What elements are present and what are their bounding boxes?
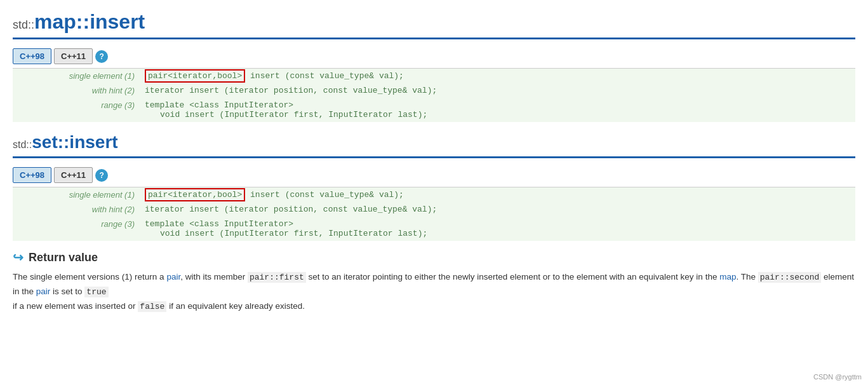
map-divider <box>13 37 855 39</box>
set-tab-cpp98[interactable]: C++98 <box>13 167 51 183</box>
return-icon: ↪ <box>13 250 23 265</box>
set-sig-highlight-1: pair<iterator,bool> <box>145 188 245 201</box>
map-section: std::map::insert C++98 C++11 ? single el… <box>13 10 855 122</box>
rv-text3: set to an iterator pointing to either th… <box>306 272 719 282</box>
map-sig-label-2: with hint (2) <box>13 83 140 98</box>
set-sig-line1: template <class InputIterator> <box>145 219 850 229</box>
rv-code4: false <box>138 301 166 312</box>
rv-link-pair2[interactable]: pair <box>36 287 51 296</box>
rv-link-pair1[interactable]: pair <box>166 272 180 282</box>
rv-text8: if an equivalent key already existed. <box>166 301 305 311</box>
return-value-header: ↪ Return value <box>13 250 855 265</box>
map-sig-rest-1: insert (const value_type& val); <box>250 71 404 81</box>
set-divider <box>13 156 855 158</box>
map-sig-row-1: single element (1) pair<iterator,bool> i… <box>13 69 855 83</box>
rv-text4: . The <box>736 272 758 282</box>
rv-text7: if a new element was inserted or <box>13 301 138 311</box>
set-sig-row-2: with hint (2) iterator insert (iterator … <box>13 202 855 217</box>
map-help-icon[interactable]: ? <box>95 50 108 63</box>
set-tabs-row: C++98 C++11 ? <box>13 163 855 187</box>
map-sig-row-3: range (3) template <class InputIterator>… <box>13 98 855 122</box>
set-section: std::set::insert C++98 C++11 ? single el… <box>13 132 855 241</box>
set-sig-label-3: range (3) <box>13 217 140 241</box>
rv-text2: , with its member <box>180 272 248 282</box>
map-sig-line1: template <class InputIterator> <box>145 100 850 110</box>
map-sig-row-2: with hint (2) iterator insert (iterator … <box>13 83 855 98</box>
map-sig-line2: void insert (InputIterator first, InputI… <box>145 110 850 119</box>
set-sig-row-3: range (3) template <class InputIterator>… <box>13 217 855 241</box>
map-sig-code-2: iterator insert (iterator position, cons… <box>140 83 855 98</box>
set-sig-label-1: single element (1) <box>13 187 140 202</box>
map-tab-cpp98[interactable]: C++98 <box>13 48 51 64</box>
return-value-text: The single element versions (1) return a… <box>13 270 855 313</box>
map-title: std::map::insert <box>13 10 855 34</box>
set-sig-code-1: pair<iterator,bool> insert (const value_… <box>140 187 855 202</box>
map-signatures-table: single element (1) pair<iterator,bool> i… <box>13 69 855 122</box>
rv-code2: pair::second <box>758 272 822 283</box>
map-sig-highlight-1: pair<iterator,bool> <box>145 69 245 83</box>
set-sig-code-2: iterator insert (iterator position, cons… <box>140 202 855 217</box>
set-sig-line2: void insert (InputIterator first, InputI… <box>145 229 850 238</box>
rv-text1: The single element versions (1) return a <box>13 272 166 282</box>
set-sig-code-3: template <class InputIterator> void inse… <box>140 217 855 241</box>
map-sig-code-1: pair<iterator,bool> insert (const value_… <box>140 69 855 83</box>
set-tab-cpp11[interactable]: C++11 <box>54 167 93 183</box>
map-tabs-row: C++98 C++11 ? <box>13 44 855 69</box>
set-sig-label-2: with hint (2) <box>13 202 140 217</box>
set-sig-rest-1: insert (const value_type& val); <box>250 190 404 200</box>
set-title: std::set::insert <box>13 132 855 153</box>
rv-code3: true <box>84 287 108 297</box>
rv-text6: is set to <box>50 287 84 296</box>
rv-link-map[interactable]: map <box>719 272 736 282</box>
rv-code1: pair::first <box>248 272 306 283</box>
set-sig-row-1: single element (1) pair<iterator,bool> i… <box>13 187 855 202</box>
map-sig-label-1: single element (1) <box>13 69 140 83</box>
set-help-icon[interactable]: ? <box>95 169 108 182</box>
map-tab-cpp11[interactable]: C++11 <box>54 48 93 64</box>
return-value-title: Return value <box>29 251 98 264</box>
map-sig-label-3: range (3) <box>13 98 140 122</box>
map-sig-code-3: template <class InputIterator> void inse… <box>140 98 855 122</box>
set-signatures-table: single element (1) pair<iterator,bool> i… <box>13 187 855 241</box>
